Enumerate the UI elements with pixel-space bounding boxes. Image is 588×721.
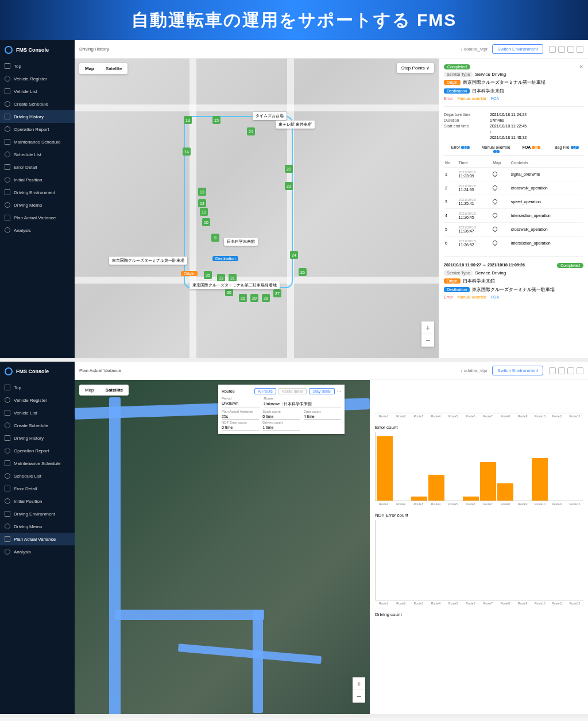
sidebar-item-error-detail[interactable]: Error Detail — [0, 161, 75, 173]
switch-environment-button[interactable]: Switch Environment — [492, 366, 543, 375]
user-icon[interactable] — [567, 46, 574, 53]
stop-points-dropdown[interactable]: Stop Points ∨ — [397, 63, 434, 73]
link-error[interactable]: Error — [444, 295, 453, 299]
sidebar-item-analysis[interactable]: Analysis — [0, 545, 75, 558]
callout-1[interactable]: タイムズお台場 — [253, 112, 287, 120]
sidebar-item-driving-environment[interactable]: Driving Environment — [0, 186, 75, 199]
nav-icon — [5, 397, 10, 403]
callout-3[interactable]: 日本科学未来館 — [224, 238, 258, 246]
pin-icon[interactable] — [492, 198, 498, 204]
sidebar-item-error-detail[interactable]: Error Detail — [0, 482, 75, 495]
callout-4[interactable]: 東京国際クルーズターミナル第一駐車場 — [109, 257, 187, 265]
bar[interactable] — [463, 497, 479, 501]
bar[interactable] — [480, 462, 496, 501]
sidebar-item-top[interactable]: Top — [0, 381, 75, 394]
sidebar-item-vehicle-list[interactable]: Vehicle List — [0, 406, 75, 419]
map-satellite-canvas[interactable]: Map Satellite Route8 All route Route det… — [75, 380, 370, 714]
stuck-value: 0 time — [262, 414, 300, 420]
sidebar-item-top[interactable]: Top — [0, 60, 75, 72]
sidebar-item-operation-report[interactable]: Operation Report — [0, 123, 75, 135]
table-row[interactable]: 12021/10/1811:23:09signal_overwrite — [444, 168, 583, 181]
table-header: No — [444, 158, 457, 168]
stay-detail-button[interactable]: Stay detail — [309, 388, 335, 394]
sidebar-item-initial-position[interactable]: Initial Position — [0, 173, 75, 186]
nav-icon — [5, 177, 10, 183]
sidebar-item-label: Initial Position — [14, 499, 42, 504]
sidebar-item-vehicle-register[interactable]: Vehicle Register — [0, 72, 75, 85]
sidebar-item-schedule-list[interactable]: Schedule List — [0, 148, 75, 161]
sidebar-item-analysis[interactable]: Analysis — [0, 224, 75, 237]
sidebar-item-plan-actual-variance[interactable]: Plan Actual Variance — [0, 533, 75, 545]
all-route-button[interactable]: All route — [254, 388, 276, 394]
metric-tab-error[interactable]: Error32 — [443, 143, 478, 156]
link-error[interactable]: Error — [444, 96, 453, 100]
link-manual-override[interactable]: Manual override — [458, 96, 486, 100]
map-tab-satellite[interactable]: Satellite — [100, 63, 127, 74]
bar[interactable] — [428, 475, 444, 501]
sidebar-item-driving-history[interactable]: Driving History — [0, 110, 75, 123]
close-icon[interactable]: ✕ — [579, 64, 583, 69]
metric-tab-manual-override[interactable]: Manual override3 — [478, 143, 514, 156]
callout-2[interactable]: 東テレ駅 東停車所 — [276, 121, 315, 129]
zoom-in-button[interactable]: + — [421, 321, 434, 334]
pin-icon[interactable] — [492, 226, 498, 232]
bar[interactable] — [411, 497, 427, 501]
sidebar-item-initial-position[interactable]: Initial Position — [0, 495, 75, 507]
sidebar-item-plan-actual-variance[interactable]: Plan Actual Variance — [0, 211, 75, 224]
map-canvas[interactable]: 18 15 21 14 22 23 13 12 11 10 9 24 26 35… — [75, 59, 439, 358]
bar[interactable] — [497, 483, 513, 501]
switch-environment-button[interactable]: Switch Environment — [492, 44, 543, 54]
sidebar-item-vehicle-list[interactable]: Vehicle List — [0, 85, 75, 98]
metric-tab-foa[interactable]: FOA35 — [514, 143, 550, 156]
zoom-out-button[interactable]: − — [421, 334, 434, 347]
gear-icon[interactable] — [577, 367, 583, 374]
zoom-in-button[interactable]: + — [353, 677, 365, 690]
sidebar-item-driving-environment[interactable]: Driving Environment — [0, 507, 75, 520]
gear-icon[interactable] — [577, 46, 583, 53]
link-manual-override[interactable]: Manual override — [458, 295, 486, 299]
sidebar-item-maintenance-schedule[interactable]: Maintenance Schedule — [0, 457, 75, 470]
route-detail-button[interactable]: Route detail — [278, 388, 307, 394]
callout-5[interactable]: 東京国際クルーズターミナル第二駐車場発着地 — [189, 281, 280, 289]
table-row[interactable]: 32021/10/1811:25:41speed_operation — [444, 195, 583, 209]
pin-icon[interactable] — [492, 184, 498, 191]
table-row[interactable]: 42021/10/1811:26:45intersection_operatio… — [444, 209, 583, 223]
destination-chip: Destination — [444, 287, 470, 292]
user-icon[interactable] — [567, 367, 574, 374]
sidebar-item-operation-report[interactable]: Operation Report — [0, 444, 75, 457]
pin-icon[interactable] — [492, 212, 498, 218]
sidebar-item-vehicle-register[interactable]: Vehicle Register — [0, 394, 75, 406]
sidebar-item-maintenance-schedule[interactable]: Maintenance Schedule — [0, 135, 75, 148]
more-icon[interactable]: ⋯ — [337, 389, 341, 394]
zoom-out-button[interactable]: − — [353, 690, 365, 703]
sidebar-item-driving-memo[interactable]: Driving Memo — [0, 199, 75, 211]
pin-icon[interactable] — [492, 239, 498, 246]
bell-icon[interactable] — [558, 367, 565, 374]
link-foa[interactable]: FOA — [491, 295, 499, 299]
sidebar-item-schedule-list[interactable]: Schedule List — [0, 470, 75, 482]
brand[interactable]: FMS Console — [0, 362, 75, 381]
metric-tab-bag-file[interactable]: Bag File17 — [549, 143, 585, 156]
sidebar-item-driving-history[interactable]: Driving History — [0, 432, 75, 444]
sidebar-item-create-schedule[interactable]: Create Schedule — [0, 98, 75, 110]
brand-icon — [5, 367, 13, 375]
map-tab-satellite[interactable]: Satellite — [100, 385, 129, 396]
bell-icon[interactable] — [558, 46, 565, 53]
brand[interactable]: FMS Console — [0, 40, 75, 60]
map-tab-map[interactable]: Map — [79, 385, 100, 396]
link-foa[interactable]: FOA — [491, 96, 499, 100]
sidebar-item-create-schedule[interactable]: Create Schedule — [0, 419, 75, 432]
pin-icon[interactable] — [492, 170, 498, 177]
bar[interactable] — [532, 458, 548, 501]
breadcrumb[interactable]: / odaiba_vtpr — [461, 368, 488, 373]
table-row[interactable]: 62021/10/1811:26:52intersection_operatio… — [444, 237, 583, 250]
map-tab-map[interactable]: Map — [79, 63, 100, 74]
copy-icon[interactable] — [549, 367, 556, 374]
copy-icon[interactable] — [549, 46, 556, 53]
table-row[interactable]: 22021/10/1811:24:55crosswalk_operation — [444, 181, 583, 195]
bar[interactable] — [377, 436, 393, 501]
nav-icon — [5, 524, 10, 529]
sidebar-item-driving-memo[interactable]: Driving Memo — [0, 520, 75, 533]
table-row[interactable]: 52021/10/1811:26:47crosswalk_operation — [444, 223, 583, 237]
breadcrumb[interactable]: / odaiba_vtpr — [461, 46, 488, 52]
